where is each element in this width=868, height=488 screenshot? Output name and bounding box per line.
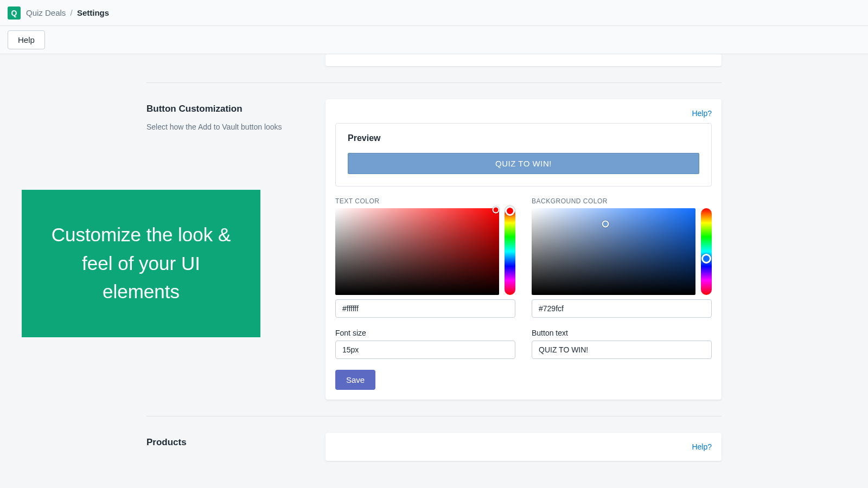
text-color-sv-cursor[interactable] — [492, 207, 499, 214]
text-color-satval-picker[interactable] — [335, 208, 499, 295]
marketing-callout: Customize the look & feel of your UI ele… — [22, 190, 260, 337]
breadcrumb-app[interactable]: Quiz Deals — [26, 8, 66, 17]
text-color-label: TEXT COLOR — [335, 197, 515, 205]
section-title: Button Customization — [146, 104, 309, 114]
callout-text: Customize the look & feel of your UI ele… — [43, 221, 239, 306]
background-color-hue-slider[interactable] — [701, 208, 712, 295]
text-color-hue-slider[interactable] — [505, 208, 515, 295]
products-title: Products — [146, 437, 309, 448]
products-card: Help? — [326, 433, 722, 461]
text-color-hue-cursor[interactable] — [505, 206, 515, 216]
section-description: Select how the Add to Vault button looks — [146, 122, 309, 133]
button-customization-card: Help? Preview QUIZ TO WIN! TEXT COLOR — [326, 99, 722, 400]
button-text-group: Button text — [532, 329, 712, 359]
help-link[interactable]: Help? — [692, 442, 712, 451]
text-color-input[interactable] — [335, 299, 515, 318]
background-color-label: BACKGROUND COLOR — [532, 197, 712, 205]
breadcrumb-separator: / — [71, 8, 73, 17]
background-color-hue-cursor[interactable] — [701, 254, 711, 264]
help-button[interactable]: Help — [8, 30, 45, 49]
top-bar: Quiz Deals / Settings — [0, 0, 868, 26]
font-size-input[interactable] — [335, 341, 515, 359]
background-color-sv-cursor[interactable] — [602, 220, 609, 227]
background-color-input[interactable] — [532, 299, 712, 318]
help-link[interactable]: Help? — [692, 109, 712, 118]
preview-label: Preview — [348, 133, 699, 143]
text-color-group: TEXT COLOR — [335, 197, 515, 318]
breadcrumb: Quiz Deals / Settings — [26, 8, 109, 17]
app-logo-icon — [8, 7, 21, 20]
section-above — [146, 54, 722, 82]
breadcrumb-page: Settings — [77, 8, 109, 17]
font-size-label: Font size — [335, 329, 515, 337]
preview-box: Preview QUIZ TO WIN! — [335, 123, 712, 187]
sub-bar: Help — [0, 26, 868, 54]
button-text-input[interactable] — [532, 341, 712, 359]
section-products: Products Help? — [146, 416, 722, 477]
button-text-label: Button text — [532, 329, 712, 337]
background-color-group: BACKGROUND COLOR — [532, 197, 712, 318]
save-button[interactable]: Save — [335, 370, 375, 390]
prev-card-peek — [326, 54, 722, 66]
font-size-group: Font size — [335, 329, 515, 359]
preview-button: QUIZ TO WIN! — [348, 153, 699, 174]
background-color-satval-picker[interactable] — [532, 208, 695, 295]
